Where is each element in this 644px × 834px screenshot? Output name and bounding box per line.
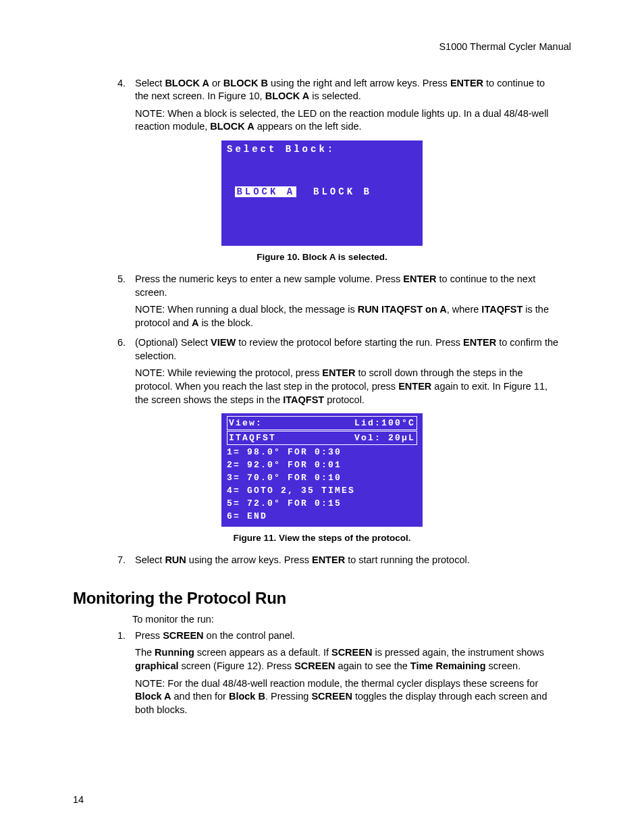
step-4-note: NOTE: When a block is selected, the LED … [135, 107, 560, 134]
step-5-note: NOTE: When running a dual block, the mes… [135, 303, 560, 330]
monitor-step-1-p2: The Running screen appears as a default.… [135, 646, 560, 673]
fig11-h2r: Vol: 20µL [354, 432, 415, 444]
monitor-step-1-text: Press SCREEN on the control panel. [135, 630, 295, 641]
monitor-step-1: 1. Press SCREEN on the control panel. Th… [132, 629, 571, 716]
step-6-num: 6. [117, 336, 132, 350]
fig11-h1l: View: [229, 417, 263, 429]
section-heading-monitoring: Monitoring the Protocol Run [73, 588, 571, 609]
step-7-text: Select RUN using the arrow keys. Press E… [135, 554, 470, 565]
fig10-block-b: BLOCK B [313, 186, 372, 197]
fig11-h1r: Lid:100°C [354, 417, 415, 429]
fig10-title: Select Block: [227, 143, 417, 156]
step-5-text: Press the numeric keys to enter a new sa… [135, 273, 535, 298]
page-number: 14 [73, 793, 84, 807]
fig11-h2l: ITAQFST [229, 432, 276, 444]
figure-11-caption: Figure 11. View the steps of the protoco… [73, 532, 571, 544]
step-5: 5. Press the numeric keys to enter a new… [132, 273, 571, 330]
figure-10: Select Block: BLOCK A BLOCK B [73, 140, 571, 246]
figure-11: View: Lid:100°C ITAQFST Vol: 20µL 1= 98.… [73, 413, 571, 527]
section2-intro: To monitor the run: [132, 613, 571, 627]
monitor-step-1-note: NOTE: For the dual 48/48-well reaction m… [135, 677, 560, 717]
fig11-row-2: 2= 92.0° FOR 0:01 [227, 459, 417, 471]
figure-10-caption: Figure 10. Block A is selected. [73, 251, 571, 263]
fig10-block-a: BLOCK A [235, 186, 296, 197]
step-7: 7. Select RUN using the arrow keys. Pres… [132, 554, 571, 567]
step-4-num: 4. [117, 77, 132, 90]
fig11-row-6: 6= END [227, 510, 417, 523]
step-5-num: 5. [117, 273, 132, 286]
fig11-row-3: 3= 70.0° FOR 0:10 [227, 471, 417, 484]
monitor-step-1-num: 1. [117, 629, 132, 643]
step-4: 4. Select BLOCK A or BLOCK B using the r… [132, 77, 571, 134]
step-6: 6. (Optional) Select VIEW to review the … [132, 336, 571, 407]
page-header: S1000 Thermal Cycler Manual [73, 41, 571, 54]
step-7-num: 7. [117, 554, 132, 567]
fig11-row-1: 1= 98.0° FOR 0:30 [227, 446, 417, 459]
step-4-text: Select BLOCK A or BLOCK B using the righ… [135, 78, 545, 102]
step-6-note: NOTE: While reviewing the protocol, pres… [135, 367, 560, 407]
fig11-row-5: 5= 72.0° FOR 0:15 [227, 497, 417, 510]
fig11-row-4: 4= GOTO 2, 35 TIMES [227, 484, 417, 497]
step-6-text: (Optional) Select VIEW to review the pro… [135, 337, 558, 361]
